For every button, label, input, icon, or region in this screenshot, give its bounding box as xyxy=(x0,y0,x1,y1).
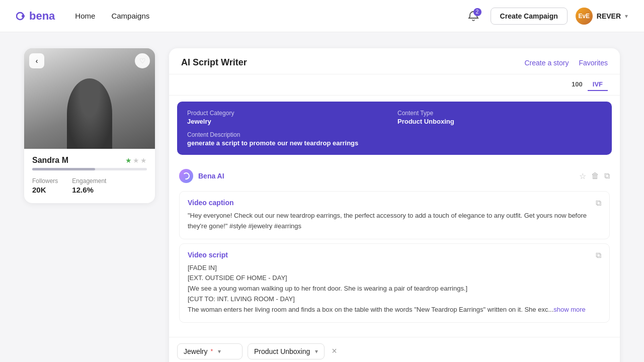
video-caption-title: Video caption xyxy=(188,199,234,207)
script-line-4: [CUT TO: INT. LIVING ROOM - DAY] xyxy=(188,294,601,305)
stats-row: Followers 20K Engagement 12.6% xyxy=(32,177,147,194)
content-type-dropdown[interactable]: Product Unboxing ▾ xyxy=(248,343,325,359)
nav-right: 2 Create Campaign EvE REVER ▾ xyxy=(464,7,628,25)
script-line-1: [FADE IN] xyxy=(188,263,601,274)
back-button[interactable]: ‹ xyxy=(29,53,44,68)
video-script-text: [FADE IN] [EXT. OUTSIDE OF HOME - DAY] [… xyxy=(188,263,601,315)
content-type-chevron-icon: ▾ xyxy=(315,348,318,355)
user-menu[interactable]: EvE REVER ▾ xyxy=(576,8,628,25)
content-type-label: Content Type xyxy=(397,110,602,117)
content-type-value: Product Unboxing xyxy=(397,118,602,125)
star-1: ★ xyxy=(125,156,132,164)
ai-actions: ☆ 🗑 ⧉ xyxy=(579,171,610,181)
script-line-5: The woman enters her living room and fin… xyxy=(188,305,601,315)
content-type-label: Product Unboxing xyxy=(254,347,310,355)
favorite-button[interactable]: ♡ xyxy=(135,53,150,68)
ai-name: Bena AI xyxy=(198,172,224,180)
progress-bar xyxy=(32,168,147,170)
svg-point-1 xyxy=(22,15,25,18)
influencer-image-wrapper: ‹ ♡ xyxy=(24,48,155,149)
script-title: AI Script Writer xyxy=(181,57,247,68)
video-caption-section: Video caption ⧉ "Hey everyone! Check out… xyxy=(179,191,610,239)
user-name: REVER xyxy=(597,12,621,20)
product-category-field: Product Category Jewelry xyxy=(187,110,391,125)
video-script-section: Video script ⧉ [FADE IN] [EXT. OUTSIDE O… xyxy=(179,243,610,323)
show-more-link[interactable]: show more xyxy=(553,306,586,313)
logo: bena xyxy=(16,10,55,23)
followers-label: Followers xyxy=(32,177,58,185)
video-script-header: Video script ⧉ xyxy=(188,251,601,263)
category-chevron-icon: ▾ xyxy=(218,348,221,355)
ai-star-button[interactable]: ☆ xyxy=(579,171,586,181)
ai-avatar-row: Bena AI xyxy=(179,169,224,183)
left-panel: ‹ ♡ Sandra M ★ ★ ★ Followers xyxy=(24,48,155,362)
followers-value: 20K xyxy=(32,186,58,194)
influencer-card: ‹ ♡ Sandra M ★ ★ ★ Followers xyxy=(24,48,155,203)
nav-links: Home Campaigns xyxy=(75,12,149,20)
engagement-value: 12.6% xyxy=(72,186,106,194)
chevron-down-icon: ▾ xyxy=(625,13,628,20)
score-tabs: 100 IVF xyxy=(169,74,620,96)
avatar: EvE xyxy=(576,8,593,25)
video-caption-text: "Hey everyone! Check out our new teardro… xyxy=(188,211,601,232)
engagement-stat: Engagement 12.6% xyxy=(72,177,106,194)
ai-response-block: Bena AI ☆ 🗑 ⧉ Video caption ⧉ "Hey every… xyxy=(169,161,620,331)
category-dropdown[interactable]: Jewelry * ▾ xyxy=(177,343,243,359)
score-tab-100[interactable]: 100 xyxy=(567,78,588,91)
main-layout: ‹ ♡ Sandra M ★ ★ ★ Followers xyxy=(0,32,644,362)
product-category-label: Product Category xyxy=(187,110,391,117)
close-dropdowns-button[interactable]: × xyxy=(330,344,339,358)
script-line-3: [We see a young woman walking up to her … xyxy=(188,284,601,294)
nav-home[interactable]: Home xyxy=(75,12,95,20)
progress-bar-fill xyxy=(32,168,95,170)
video-script-title: Video script xyxy=(188,251,228,259)
script-content: Product Category Jewelry Content Type Pr… xyxy=(169,96,620,337)
engagement-label: Engagement xyxy=(72,177,106,185)
notif-badge: 2 xyxy=(473,8,481,16)
influencer-info: Sandra M ★ ★ ★ Followers 20K xyxy=(24,149,155,203)
notifications-button[interactable]: 2 xyxy=(464,7,482,25)
favorites-link[interactable]: Favorites xyxy=(579,59,608,67)
category-label: Jewelry xyxy=(184,347,207,355)
nav-campaigns[interactable]: Campaigns xyxy=(111,12,149,20)
create-story-link[interactable]: Create a story xyxy=(524,59,569,67)
ai-expand-button[interactable]: ⧉ xyxy=(604,171,610,181)
product-category-value: Jewelry xyxy=(187,118,391,125)
summary-box: Product Category Jewelry Content Type Pr… xyxy=(177,102,612,155)
content-description-field: Content Description generate a script to… xyxy=(187,131,602,147)
star-3: ★ xyxy=(140,156,147,164)
bottom-bar: Jewelry * ▾ Product Unboxing ▾ × × Gener… xyxy=(169,337,620,362)
ai-spinner-icon xyxy=(179,169,193,183)
ai-response-header: Bena AI ☆ 🗑 ⧉ xyxy=(177,165,612,187)
summary-grid: Product Category Jewelry Content Type Pr… xyxy=(187,110,602,125)
influencer-name: Sandra M xyxy=(32,156,68,165)
influencer-name-row: Sandra M ★ ★ ★ xyxy=(32,156,147,165)
script-header: AI Script Writer Create a story Favorite… xyxy=(169,48,620,74)
ai-delete-button[interactable]: 🗑 xyxy=(591,171,599,181)
create-campaign-button[interactable]: Create Campaign xyxy=(491,8,568,25)
copy-caption-button[interactable]: ⧉ xyxy=(596,199,601,208)
score-tab-ivf[interactable]: IVF xyxy=(588,78,608,91)
video-caption-header: Video caption ⧉ xyxy=(188,199,601,211)
header-actions: Create a story Favorites xyxy=(524,59,608,67)
required-indicator: * xyxy=(210,348,213,355)
followers-stat: Followers 20K xyxy=(32,177,58,194)
right-panel: AI Script Writer Create a story Favorite… xyxy=(169,48,620,362)
script-line-2: [EXT. OUTSIDE OF HOME - DAY] xyxy=(188,273,601,284)
navbar: bena Home Campaigns 2 Create Campaign Ev… xyxy=(0,0,644,32)
content-description-label: Content Description xyxy=(187,131,602,138)
copy-script-button[interactable]: ⧉ xyxy=(596,251,601,260)
content-type-field: Content Type Product Unboxing xyxy=(397,110,602,125)
star-rating: ★ ★ ★ xyxy=(125,156,147,164)
dropdowns-row: Jewelry * ▾ Product Unboxing ▾ × xyxy=(177,343,612,359)
star-2: ★ xyxy=(133,156,139,164)
content-description-value: generate a script to promote our new tea… xyxy=(187,139,602,147)
